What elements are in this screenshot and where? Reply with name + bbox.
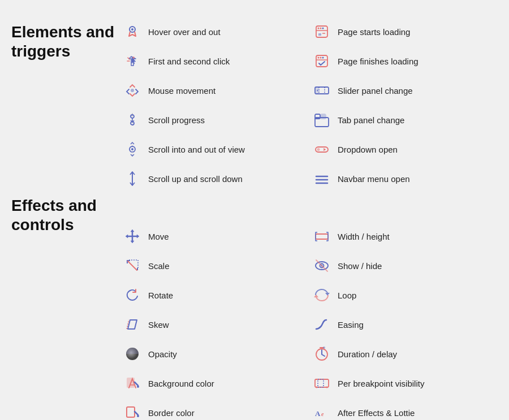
item-label: Width / height (338, 232, 390, 241)
svg-point-30 (317, 148, 320, 151)
scroll-progress-icon (123, 111, 141, 129)
item-label: Rotate (148, 291, 173, 300)
list-item: Scroll up and scroll down (119, 164, 308, 193)
list-item: Background color (119, 369, 308, 398)
item-label: Mouse movement (148, 86, 215, 96)
item-label: Loop (338, 291, 356, 300)
svg-point-14 (320, 28, 322, 29)
list-item: Opacity (119, 339, 308, 369)
list-item: Scale (119, 251, 308, 280)
item-label: Page finishes loading (338, 57, 419, 66)
dropdown-icon (313, 140, 331, 158)
list-item: Easing (308, 310, 498, 339)
skew-icon (123, 315, 141, 334)
hover-icon (123, 23, 141, 41)
triggers-col-right: Page starts loading Page finishes (308, 17, 498, 193)
easing-icon (313, 315, 331, 334)
page-done-icon (313, 52, 331, 70)
svg-point-3 (131, 89, 134, 92)
click-icon (123, 52, 141, 70)
list-item: Slider panel change (308, 76, 498, 105)
svg-point-15 (322, 28, 324, 29)
list-item: Width / height (308, 222, 498, 251)
show-hide-icon (313, 257, 331, 275)
svg-text:e: e (321, 411, 324, 417)
item-label: Navbar menu open (338, 174, 410, 184)
section-title-triggers: Elements andtriggers (11, 23, 119, 60)
svg-point-19 (320, 57, 322, 59)
item-label: Skew (148, 320, 169, 330)
scroll-updown-icon (123, 170, 141, 188)
breakpoint-icon (313, 374, 331, 392)
item-label: Tab panel change (338, 115, 404, 125)
svg-point-55 (323, 347, 325, 349)
item-label: Dropdown open (338, 145, 398, 154)
item-label: Hover over and out (148, 27, 221, 37)
item-label: Show / hide (338, 261, 382, 271)
scale-icon (123, 257, 141, 275)
item-label: Opacity (148, 349, 177, 359)
list-item: Page finishes loading (308, 46, 498, 76)
effects-section: Move Scale (119, 222, 498, 420)
duration-icon (313, 345, 331, 363)
svg-rect-41 (316, 234, 328, 239)
svg-point-37 (137, 386, 139, 388)
svg-rect-56 (315, 379, 329, 387)
list-item: Border color (119, 398, 308, 420)
svg-point-13 (318, 28, 320, 29)
list-item: Duration / delay (308, 339, 498, 369)
svg-point-58 (316, 387, 318, 388)
scroll-view-icon (123, 140, 141, 158)
svg-line-34 (128, 261, 137, 270)
item-label: Scroll progress (148, 115, 205, 125)
item-label: Scroll up and scroll down (148, 174, 243, 184)
left-labels: Elements andtriggers Effects andcontrols (0, 17, 119, 420)
item-label: First and second click (148, 57, 230, 66)
list-item: Mouse movement (119, 76, 308, 105)
list-item: Loop (308, 280, 498, 310)
list-item: Move (119, 222, 308, 251)
move-icon (123, 227, 141, 245)
svg-text:A: A (315, 409, 321, 418)
list-item: First and second click (119, 46, 308, 76)
slider-icon (313, 81, 331, 99)
triggers-col-left: Hover over and out First and seco (119, 17, 308, 193)
section-gap (119, 199, 498, 222)
item-label: Page starts loading (338, 27, 410, 37)
svg-rect-38 (127, 407, 135, 417)
item-label: Scroll into and out of view (148, 145, 245, 154)
bg-color-icon (123, 374, 141, 392)
effects-col-left: Move Scale (119, 222, 308, 420)
page: Elements andtriggers Effects andcontrols (0, 0, 509, 420)
item-label: Scale (148, 261, 170, 271)
right-content: Hover over and out First and seco (119, 17, 498, 420)
item-label: Border color (148, 408, 195, 418)
list-item: Dropdown open (308, 135, 498, 164)
item-label: Slider panel change (338, 86, 413, 96)
item-label: Move (148, 232, 169, 241)
list-item: Scroll progress (119, 105, 308, 135)
list-item: Hover over and out (119, 17, 308, 46)
triggers-section: Hover over and out First and seco (119, 17, 498, 193)
mouse-icon (123, 81, 141, 99)
list-item: A e After Effects & Lottie (308, 398, 498, 420)
svg-point-59 (326, 387, 328, 388)
effects-col-right: Width / height Show / hide (308, 222, 498, 420)
list-item: Skew (119, 310, 308, 339)
list-item: Tab panel change (308, 105, 498, 135)
svg-rect-28 (321, 114, 326, 119)
item-label: Per breakpoint visibility (338, 379, 424, 388)
svg-point-1 (131, 28, 133, 31)
svg-point-20 (322, 57, 324, 59)
tab-icon (313, 111, 331, 129)
border-color-icon (123, 404, 141, 420)
list-item: Navbar menu open (308, 164, 498, 193)
list-item: Rotate (119, 280, 308, 310)
page-loading-icon (313, 23, 331, 41)
list-item: Per breakpoint visibility (308, 369, 498, 398)
section-title-effects: Effects andcontrols (11, 196, 119, 234)
svg-point-8 (131, 148, 133, 150)
svg-point-39 (137, 415, 139, 417)
item-label: Duration / delay (338, 349, 397, 359)
item-label: Background color (148, 379, 214, 388)
